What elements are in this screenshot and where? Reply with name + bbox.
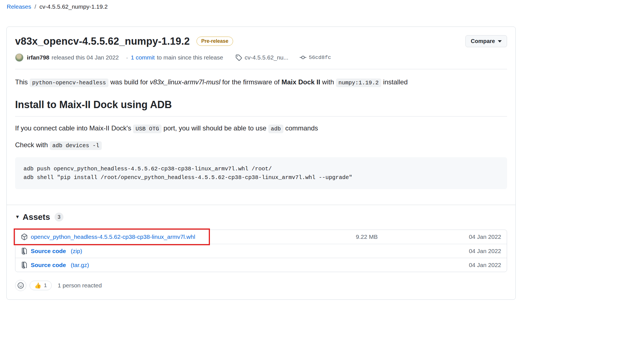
- check-paragraph: Check with adb devices -l: [15, 140, 507, 150]
- assets-collapse-icon[interactable]: ▼: [15, 214, 20, 220]
- release-page: Releases / cv-4.5.5.62_numpy-1.19.2 v83x…: [0, 0, 644, 362]
- release-card: v83x_opencv-4.5.5.62_numpy-1.19.2 Pre-re…: [6, 27, 516, 300]
- asset-name-cell: opencv_python_headless-4.5.5.62-cp38-cp3…: [21, 234, 356, 240]
- thumbs-up-reaction-pill[interactable]: 👍 1: [30, 281, 52, 290]
- author-name[interactable]: irfan798: [27, 54, 49, 61]
- inline-code: USB OTG: [133, 125, 162, 133]
- assets-section: ▼ Assets 3 opencv_python_headless-4.5.5.…: [7, 205, 515, 299]
- breadcrumb-current: cv-4.5.5.62_numpy-1.19.2: [39, 3, 108, 10]
- breadcrumb-separator: /: [34, 3, 36, 10]
- breadcrumb: Releases / cv-4.5.5.62_numpy-1.19.2: [7, 3, 108, 10]
- package-icon: [21, 234, 28, 240]
- tag-name: cv-4.5.5.62_nu...: [245, 54, 288, 61]
- tag-icon: [235, 54, 242, 61]
- source-zip-link[interactable]: Source code: [31, 248, 66, 254]
- inline-code: python-opencv-headless: [30, 78, 108, 87]
- title-row: v83x_opencv-4.5.5.62_numpy-1.19.2 Pre-re…: [15, 35, 507, 47]
- thumbs-up-count: 1: [44, 282, 47, 289]
- inline-code: adb devices -l: [50, 141, 102, 150]
- intro-paragraph: This python-opencv-headless was build fo…: [15, 77, 507, 87]
- assets-count-badge: 3: [55, 213, 63, 222]
- compare-button[interactable]: Compare: [465, 35, 507, 47]
- release-header: v83x_opencv-4.5.5.62_numpy-1.19.2 Pre-re…: [7, 27, 515, 69]
- tag-group: cv-4.5.5.62_nu...: [235, 54, 288, 61]
- release-meta: irfan798 released this 04 Jan 2022 · 1 c…: [15, 53, 507, 62]
- code-block[interactable]: adb push opencv_python_headless-4.5.5.62…: [15, 157, 507, 189]
- smiley-icon: [18, 282, 24, 289]
- thumbs-up-icon: 👍: [34, 283, 41, 288]
- released-text: released this 04 Jan 2022: [52, 54, 119, 61]
- code-line: adb shell "pip install /root/opencv_pyth…: [23, 173, 499, 182]
- chevron-down-icon: [498, 40, 502, 42]
- reaction-summary-text: 1 person reacted: [58, 282, 102, 289]
- usb-otg-paragraph: If you connect cable into Maix-II Dock's…: [15, 123, 507, 133]
- assets-title: Assets: [23, 212, 50, 222]
- asset-row-source-zip[interactable]: Source code (zip) 04 Jan 2022: [15, 244, 507, 258]
- assets-table: opencv_python_headless-4.5.5.62-cp38-cp3…: [15, 230, 507, 272]
- bold-text: Maix Dock II: [281, 78, 320, 86]
- commit-group: 56cd8fc: [300, 54, 331, 61]
- commit-suffix-text: to main since this release: [157, 54, 223, 61]
- inline-code: adb: [268, 125, 283, 133]
- file-zip-icon: [21, 248, 28, 254]
- asset-name-cell: Source code (zip): [21, 248, 356, 254]
- reactions-row: 👍 1 1 person reacted: [15, 280, 507, 291]
- release-title: v83x_opencv-4.5.5.62_numpy-1.19.2: [15, 35, 190, 47]
- prerelease-badge: Pre-release: [196, 37, 233, 46]
- inline-code: numpy:1.19.2: [336, 78, 381, 87]
- commit-sha[interactable]: 56cd8fc: [309, 54, 331, 61]
- asset-size: 9.22 MB: [356, 234, 384, 240]
- source-targz-link[interactable]: Source code: [31, 262, 66, 268]
- intro-text: This: [15, 78, 28, 86]
- asset-date: 04 Jan 2022: [384, 262, 501, 268]
- source-targz-suffix[interactable]: (tar.gz): [71, 262, 89, 268]
- compare-button-label: Compare: [471, 38, 495, 44]
- commit-count-link[interactable]: 1 commit: [131, 54, 155, 61]
- git-commit-icon: [300, 54, 306, 61]
- add-reaction-button[interactable]: [15, 280, 26, 291]
- assets-header: ▼ Assets 3: [15, 212, 507, 222]
- release-body: This python-opencv-headless was build fo…: [7, 69, 515, 189]
- asset-row-source-targz[interactable]: Source code (tar.gz) 04 Jan 2022: [15, 258, 507, 272]
- source-zip-suffix[interactable]: (zip): [71, 248, 82, 254]
- file-zip-icon: [21, 262, 28, 268]
- section-heading: Install to Maix-II Dock using ADB: [15, 97, 507, 116]
- code-line: adb push opencv_python_headless-4.5.5.62…: [23, 165, 499, 173]
- asset-name-cell: Source code (tar.gz): [21, 262, 356, 268]
- italic-text: v83x_linux-armv7l-musl: [150, 78, 220, 86]
- avatar[interactable]: [15, 53, 23, 62]
- asset-download-link[interactable]: opencv_python_headless-4.5.5.62-cp38-cp3…: [31, 234, 195, 240]
- breadcrumb-releases-link[interactable]: Releases: [7, 3, 31, 10]
- meta-dot: ·: [126, 54, 128, 61]
- asset-date: 04 Jan 2022: [384, 234, 501, 240]
- asset-row-whl[interactable]: opencv_python_headless-4.5.5.62-cp38-cp3…: [15, 230, 507, 244]
- asset-date: 04 Jan 2022: [384, 248, 501, 254]
